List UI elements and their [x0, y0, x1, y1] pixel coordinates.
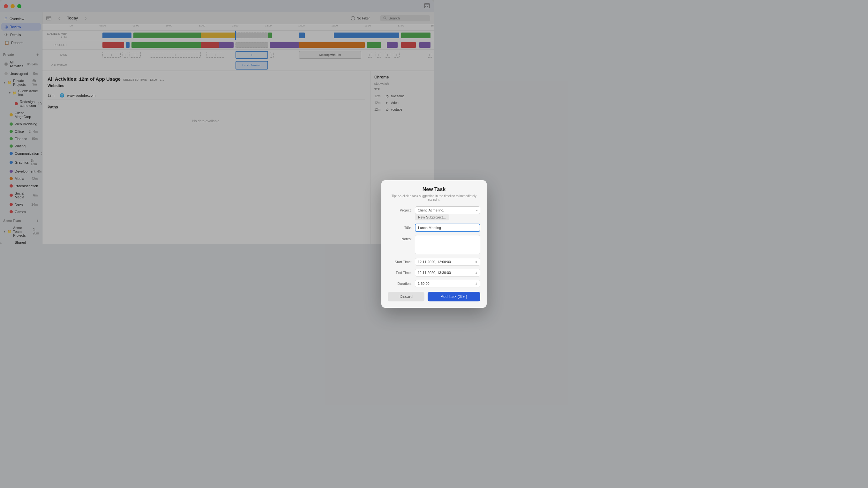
modal-overlay: New Task Tip: ⌥-click a task suggestion … — [0, 0, 434, 244]
new-subproject-button[interactable]: New Subproject... — [415, 214, 434, 220]
notes-textarea[interactable] — [415, 235, 434, 244]
title-input[interactable] — [415, 224, 434, 232]
notes-label: Notes: — [388, 235, 412, 241]
modal-title: New Task — [388, 187, 434, 192]
new-task-modal: New Task Tip: ⌥-click a task suggestion … — [381, 180, 434, 244]
notes-control — [415, 235, 434, 244]
project-select[interactable]: Client: Acme Inc. — [415, 206, 434, 214]
title-control — [415, 224, 434, 232]
modal-tip: Tip: ⌥-click a task suggestion in the ti… — [388, 194, 434, 201]
project-control: Client: Acme Inc. New Subproject... — [415, 206, 434, 220]
modal-notes-field: Notes: — [388, 235, 434, 244]
title-label: Title: — [388, 224, 412, 229]
modal-project-field: Project: Client: Acme Inc. New Subprojec… — [388, 206, 434, 220]
project-label: Project: — [388, 206, 412, 212]
project-select-wrapper: Client: Acme Inc. — [415, 206, 434, 214]
app-window: ⊞ Overview ◎ Review 👁 Details 📋 Reports — [0, 0, 434, 244]
modal-title-field: Title: — [388, 224, 434, 232]
